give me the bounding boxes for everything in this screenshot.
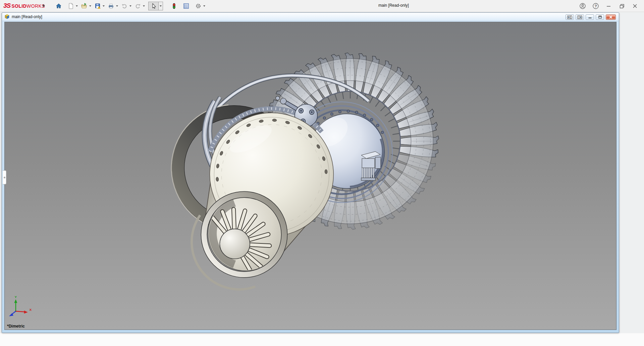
viewport-frame: Y X *Dimetric: [2, 21, 619, 333]
orientation-triad: Y X: [9, 295, 32, 316]
brand-mark: 3S: [3, 2, 10, 9]
account-button[interactable]: [579, 2, 586, 10]
print-caret[interactable]: [116, 5, 118, 7]
print-button[interactable]: [107, 2, 115, 10]
rebuild-stoplight-icon: [171, 3, 177, 9]
options-button[interactable]: [194, 2, 203, 10]
redo-icon: [135, 3, 141, 9]
new-document-caret[interactable]: [76, 5, 78, 7]
document-window: main [Read-only]: [2, 12, 619, 333]
quick-toolbar: [54, 1, 207, 11]
save-button[interactable]: [93, 2, 102, 10]
exhaust-nozzle: [192, 191, 287, 289]
minimize-icon: [606, 4, 611, 8]
triad-x-arrow: [24, 310, 28, 313]
options-caret[interactable]: [203, 5, 205, 7]
undo-button[interactable]: [120, 2, 129, 10]
triad-y-label: Y: [15, 295, 17, 299]
doc-restore-button[interactable]: [596, 14, 604, 20]
assembly-document-icon: [4, 14, 10, 19]
triad-y-arrow: [14, 299, 17, 303]
select-cursor-icon: [150, 3, 157, 9]
rebuild-button[interactable]: [170, 2, 178, 10]
left-pane-icon: [567, 15, 572, 19]
new-document-icon: [67, 3, 74, 9]
select-tool: [148, 2, 163, 10]
app-titlebar: 3S SOLID WORKS: [0, 0, 644, 12]
print-icon: [108, 3, 114, 9]
show-left-pane-button[interactable]: [566, 14, 574, 20]
doc-close-icon: [609, 15, 613, 19]
view-orientation-label: *Dimetric: [7, 324, 25, 329]
brand-solid: SOLID: [11, 3, 26, 9]
tail-cone-hub: [220, 229, 250, 259]
close-icon: [633, 4, 637, 8]
svg-text:?: ?: [595, 4, 597, 8]
save-caret[interactable]: [103, 5, 105, 7]
flyout-tab-dot: [4, 177, 5, 178]
doc-minimize-button[interactable]: [586, 14, 594, 20]
brand-works: WORKS: [26, 3, 45, 9]
maximize-button[interactable]: [618, 2, 626, 10]
file-properties-button[interactable]: [182, 2, 191, 10]
app-window-controls: ?: [579, 0, 644, 12]
undo-caret[interactable]: [129, 5, 131, 7]
minimize-button[interactable]: [605, 2, 612, 10]
open-caret[interactable]: [89, 5, 91, 7]
show-right-pane-button[interactable]: [576, 14, 584, 20]
open-icon: [81, 3, 88, 9]
doc-minimize-icon: [588, 16, 592, 19]
right-pane-icon: [577, 15, 582, 19]
document-titlebar[interactable]: main [Read-only]: [2, 13, 619, 21]
new-document-button[interactable]: [66, 2, 75, 10]
restore-icon: [620, 4, 625, 9]
save-icon: [94, 3, 101, 9]
toolbar-flyout-arrow-icon[interactable]: [43, 4, 45, 7]
graphics-viewport[interactable]: Y X *Dimetric: [4, 22, 616, 330]
options-gear-icon: [195, 3, 202, 9]
app-window-title: main [Read-only]: [378, 3, 409, 8]
account-icon: [579, 3, 586, 9]
doc-close-button[interactable]: [606, 14, 616, 20]
home-button[interactable]: [54, 2, 63, 10]
solidworks-logo: 3S SOLID WORKS: [3, 2, 45, 9]
desktop-background: [0, 333, 644, 346]
open-button[interactable]: [80, 2, 89, 10]
file-properties-icon: [183, 3, 190, 9]
home-icon: [55, 3, 62, 9]
redo-button[interactable]: [133, 2, 142, 10]
help-icon: ?: [592, 3, 599, 9]
close-button[interactable]: [631, 2, 639, 10]
jet-engine-model[interactable]: Y X: [5, 22, 616, 330]
redo-caret[interactable]: [143, 5, 145, 7]
document-window-controls: [566, 14, 616, 20]
document-title: main [Read-only]: [12, 14, 42, 19]
triad-x-label: X: [29, 308, 32, 311]
featuremanager-flyout-tab[interactable]: [3, 170, 6, 184]
select-button[interactable]: [148, 2, 158, 10]
select-caret[interactable]: [158, 2, 163, 10]
undo-icon: [121, 3, 128, 9]
help-button[interactable]: ?: [592, 2, 599, 10]
doc-restore-icon: [598, 15, 602, 19]
